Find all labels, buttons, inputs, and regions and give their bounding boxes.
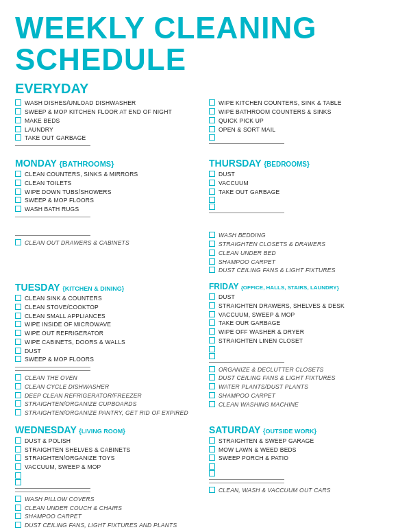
- list-item: SHAMPOO CARPET: [209, 391, 396, 400]
- monday-header: MONDAY {BATHROOMS}: [15, 158, 202, 169]
- checkbox[interactable]: [15, 134, 21, 141]
- checkbox[interactable]: [209, 204, 215, 210]
- checkbox[interactable]: [15, 513, 21, 519]
- checkbox[interactable]: [15, 239, 21, 245]
- checkbox[interactable]: [15, 472, 21, 479]
- tuesday-friday-row: TUESDAY {KITCHEN & DINING} CLEAN SINK & …: [15, 277, 396, 420]
- checkbox[interactable]: [15, 339, 21, 345]
- checkbox[interactable]: [209, 328, 215, 335]
- checkbox[interactable]: [15, 171, 21, 177]
- checkbox[interactable]: [209, 117, 215, 123]
- checkbox[interactable]: [15, 479, 21, 485]
- checkbox[interactable]: [15, 463, 21, 470]
- list-item: [209, 463, 396, 470]
- checkbox[interactable]: [209, 197, 215, 203]
- checkbox[interactable]: [15, 356, 21, 362]
- checkbox[interactable]: [209, 189, 215, 195]
- checkbox[interactable]: [209, 302, 215, 309]
- checkbox[interactable]: [15, 99, 21, 106]
- list-item: CLEAN TOILETS: [15, 179, 202, 188]
- checkbox[interactable]: [15, 522, 21, 528]
- checkbox[interactable]: [209, 99, 215, 106]
- checkbox[interactable]: [15, 437, 21, 444]
- checkbox[interactable]: [209, 319, 215, 326]
- checkbox[interactable]: [15, 455, 21, 461]
- checkbox[interactable]: [209, 401, 215, 407]
- checkbox[interactable]: [15, 446, 21, 452]
- divider: [15, 235, 90, 236]
- checkbox[interactable]: [209, 383, 215, 389]
- thursday-header: THURSDAY {BEDROOMS}: [209, 158, 396, 169]
- checkbox[interactable]: [209, 346, 215, 352]
- checkbox[interactable]: [209, 267, 215, 273]
- checkbox[interactable]: [15, 304, 21, 310]
- checkbox[interactable]: [15, 189, 21, 195]
- checkbox[interactable]: [15, 295, 21, 301]
- checkbox[interactable]: [209, 241, 215, 247]
- tuesday-extra-list: CLEAN THE OVEN CLEAN CYCLE DISHWASHER DE…: [15, 374, 202, 418]
- wednesday-extra: WASH PILLOW COVERS CLEAN UNDER COUCH & C…: [15, 495, 202, 530]
- tuesday-extra: CLEAN THE OVEN CLEAN CYCLE DISHWASHER DE…: [15, 374, 202, 418]
- checkbox[interactable]: [15, 330, 21, 336]
- checkbox[interactable]: [15, 206, 21, 212]
- list-item: VACCUUM, SWEEP & MOP: [15, 463, 202, 472]
- friday-extra-list: ORGANIZE & DECLUTTER CLOSETS DUST CEILIN…: [209, 365, 396, 409]
- checkbox[interactable]: [209, 446, 215, 452]
- divider: [15, 145, 90, 146]
- checkbox[interactable]: [209, 232, 215, 238]
- saturday-header: SATURDAY {OUTSIDE WORK}: [209, 424, 396, 435]
- checkbox[interactable]: [15, 313, 21, 319]
- list-item: QUICK PICK UP: [209, 117, 396, 125]
- checkbox[interactable]: [209, 180, 215, 186]
- checkbox[interactable]: [15, 117, 21, 123]
- checkbox[interactable]: [209, 437, 215, 444]
- checkbox[interactable]: [15, 392, 21, 398]
- checkbox[interactable]: [15, 505, 21, 511]
- checkbox[interactable]: [209, 311, 215, 317]
- friday-header: FRIDAY {OFFICE, HALLS, STAIRS, LAUNDRY}: [209, 282, 396, 291]
- main-title: WEEKLY CLEANING SCHEDULE: [15, 12, 396, 75]
- checkbox[interactable]: [15, 321, 21, 327]
- checkbox[interactable]: [15, 409, 21, 415]
- list-item: DUST: [209, 293, 396, 302]
- checkbox[interactable]: [209, 470, 215, 476]
- everyday-right-list: WIPE KITCHEN COUNTERS, SINK & TABLE WIPE…: [209, 99, 396, 141]
- checkbox[interactable]: [209, 366, 215, 372]
- checkbox[interactable]: [15, 383, 21, 389]
- list-item: STRAIGHTEN/ORGANIZE CUPBOARDS: [15, 400, 202, 409]
- checkbox[interactable]: [209, 126, 215, 132]
- checkbox[interactable]: [209, 108, 215, 114]
- checkbox[interactable]: [15, 400, 21, 407]
- list-item: CLEAN, WASH & VACCUUM OUT CARS: [209, 486, 396, 495]
- checkbox[interactable]: [209, 353, 215, 359]
- checkbox[interactable]: [15, 108, 21, 114]
- wednesday-list: DUST & POLISH STRAIGHTEN SHELVES & CABIN…: [15, 437, 202, 485]
- list-item: SHAMPOO CARPET: [15, 512, 202, 521]
- tuesday-section: TUESDAY {KITCHEN & DINING} CLEAN SINK & …: [15, 277, 202, 420]
- list-item: LAUNDRY: [15, 125, 202, 134]
- checkbox[interactable]: [209, 487, 215, 493]
- list-item: [209, 346, 396, 352]
- checkbox[interactable]: [15, 197, 21, 203]
- checkbox[interactable]: [209, 293, 215, 300]
- checkbox[interactable]: [209, 250, 215, 256]
- list-item: WASH BATH RUGS: [15, 205, 202, 214]
- checkbox[interactable]: [209, 392, 215, 398]
- checkbox[interactable]: [15, 496, 21, 502]
- tuesday-header: TUESDAY {KITCHEN & DINING}: [15, 282, 202, 293]
- list-item: [209, 196, 396, 203]
- checkbox[interactable]: [15, 348, 21, 354]
- checkbox[interactable]: [209, 455, 215, 461]
- checkbox[interactable]: [15, 374, 21, 380]
- checkbox[interactable]: [209, 171, 215, 177]
- checkbox[interactable]: [209, 258, 215, 265]
- list-item: STRAIGHTEN & SWEEP GARAGE: [209, 437, 396, 446]
- list-item: DUST CEILING FANS, LIGHT FIXTURES AND PL…: [15, 521, 202, 530]
- checkbox[interactable]: [209, 463, 215, 470]
- checkbox[interactable]: [209, 134, 215, 141]
- checkbox[interactable]: [209, 337, 215, 343]
- checkbox[interactable]: [209, 374, 215, 380]
- checkbox[interactable]: [15, 180, 21, 186]
- list-item: WASH PILLOW COVERS: [15, 495, 202, 504]
- checkbox[interactable]: [15, 126, 21, 132]
